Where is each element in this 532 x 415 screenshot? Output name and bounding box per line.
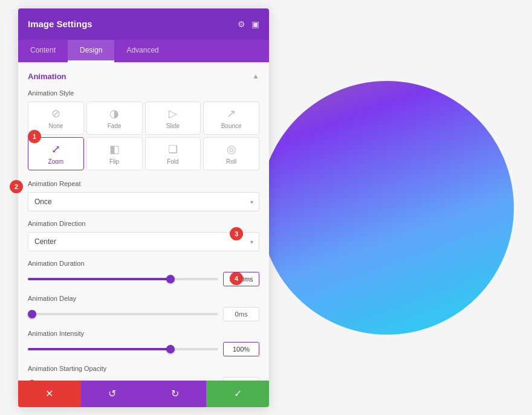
anim-slide-icon: ▷ [169,107,177,120]
animation-duration-fill [28,278,170,280]
anim-fold-icon: ❏ [168,143,178,156]
animation-intensity-value: 100% [223,342,259,356]
panel-title: Image Settings [28,19,92,29]
animation-intensity-label: Animation Intensity [28,330,259,337]
animation-delay-row: 0ms [28,307,259,321]
animation-direction-select[interactable]: Center Top Bottom Left Right [28,232,259,251]
step-badge-1: 1 [28,130,41,143]
anim-zoom-icon: ⤢ [51,143,60,156]
anim-bounce-icon: ↗ [227,107,236,120]
panel-header: Image Settings ⚙ ▣ [18,8,269,40]
tab-advanced[interactable]: Advanced [114,40,170,62]
image-settings-panel: Image Settings ⚙ ▣ Content Design Advanc… [18,8,269,407]
anim-fade-label: Fade [108,123,122,129]
animation-repeat-label: Animation Repeat [28,180,259,187]
animation-intensity-fill [28,348,170,350]
animation-duration-track[interactable] [28,278,218,280]
cancel-icon: ✕ [45,388,53,399]
animation-direction-wrapper: Center Top Bottom Left Right ▾ [28,232,259,251]
tab-content[interactable]: Content [18,40,68,62]
animation-intensity-row: 100% [28,342,259,356]
redo-button[interactable]: ↻ [144,381,207,407]
anim-slide[interactable]: ▷ Slide [145,101,201,135]
section-title: Animation [28,72,66,81]
animation-duration-thumb[interactable] [166,275,175,283]
anim-none-label: None [48,123,63,129]
step-badge-4: 4 [230,272,243,285]
animation-opacity-label: Animation Starting Opacity [28,365,259,372]
collapse-icon[interactable]: ▲ [252,72,259,80]
tab-design[interactable]: Design [68,40,114,62]
animation-delay-thumb[interactable] [28,310,36,318]
animation-direction-label: Animation Direction [28,220,259,227]
anim-flip-label: Flip [109,158,119,165]
anim-roll-label: Roll [226,158,236,165]
step-badge-3: 3 [230,227,243,240]
anim-bounce-label: Bounce [221,123,242,129]
animation-delay-label: Animation Delay [28,295,259,302]
anim-flip-icon: ◧ [109,143,120,156]
animation-repeat-select[interactable]: Once Loop Infinite [28,192,259,211]
anim-zoom-label: Zoom [48,158,64,165]
panel-tabs: Content Design Advanced [18,40,269,62]
animation-duration-label: Animation Duration [28,260,259,267]
anim-roll-icon: ◎ [227,143,236,156]
anim-fade-icon: ◑ [109,107,119,120]
redo-icon: ↻ [171,388,179,399]
step-badge-2: 2 [10,180,23,193]
anim-fade[interactable]: ◑ Fade [86,101,143,135]
save-icon: ✓ [234,388,242,399]
anim-flip[interactable]: ◧ Flip [86,137,143,170]
animation-duration-row: 3000ms [28,272,259,286]
undo-icon: ↺ [108,388,116,399]
panel-footer: ✕ ↺ ↻ ✓ [18,381,269,407]
animation-intensity-thumb[interactable] [166,345,175,353]
animation-style-label: Animation Style [28,89,259,97]
anim-slide-label: Slide [166,123,180,129]
panel-body: Animation ▲ Animation Style ⊘ None ◑ Fad… [18,62,269,381]
undo-button[interactable]: ↺ [81,381,144,407]
layout-icon[interactable]: ▣ [251,19,259,29]
header-icons: ⚙ ▣ [238,19,259,29]
animation-intensity-track[interactable] [28,348,218,350]
anim-bounce[interactable]: ↗ Bounce [203,101,259,135]
background-circle [260,81,514,335]
anim-none[interactable]: ⊘ None [28,101,84,135]
animation-repeat-wrapper: Once Loop Infinite ▾ [28,192,259,211]
animation-style-grid: ⊘ None ◑ Fade ▷ Slide ↗ Bounce ⤢ Zoom ◧ … [28,101,259,170]
animation-delay-value: 0ms [223,307,259,321]
anim-fold-label: Fold [167,158,178,165]
save-button[interactable]: ✓ [206,381,269,407]
anim-roll[interactable]: ◎ Roll [203,137,259,170]
settings-icon[interactable]: ⚙ [238,19,245,29]
cancel-button[interactable]: ✕ [18,381,81,407]
anim-fold[interactable]: ❏ Fold [145,137,201,170]
animation-section-header: Animation ▲ [28,72,259,81]
anim-none-icon: ⊘ [51,107,60,120]
animation-delay-track[interactable] [28,313,218,315]
